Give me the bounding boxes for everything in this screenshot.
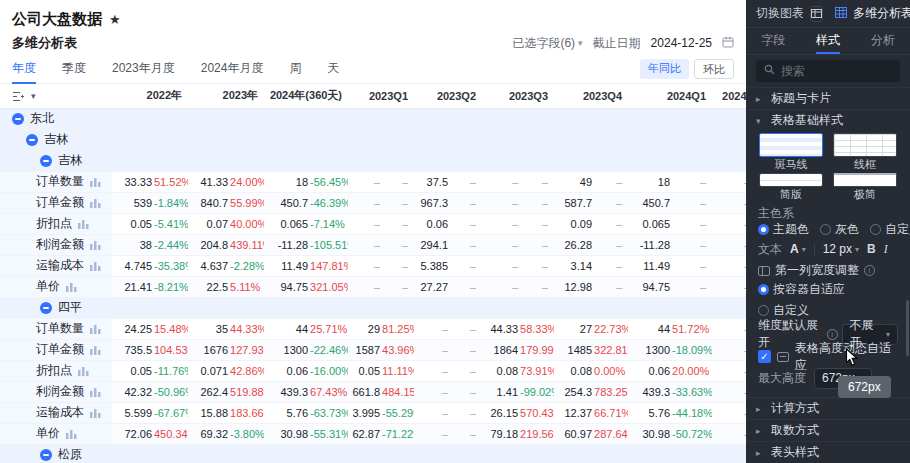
pct-cell: –: [594, 255, 628, 276]
style-preview: [833, 173, 897, 187]
bar-chart-icon[interactable]: [90, 407, 101, 418]
sidebar-tab[interactable]: 分析: [855, 28, 910, 54]
pct-cell: –: [450, 423, 482, 444]
calendar-icon[interactable]: [722, 36, 734, 51]
period-tab[interactable]: 天: [327, 54, 339, 84]
table-style-option[interactable]: 线框: [832, 133, 898, 170]
favorite-star-icon[interactable]: ★: [109, 12, 121, 27]
compare-button[interactable]: 环比: [694, 59, 734, 79]
period-tab[interactable]: 年度: [12, 54, 36, 84]
mouse-cursor: [845, 348, 858, 367]
bar-chart-icon[interactable]: [90, 176, 101, 187]
auto-height-row: ✓ 表格高度动态自适应: [746, 347, 910, 366]
pct-cell: -55.29%: [382, 402, 414, 423]
bar-chart-icon[interactable]: [90, 260, 101, 271]
metric-label: 订单金额: [36, 341, 84, 358]
value-cell: 967.3: [414, 192, 450, 213]
deadline-date[interactable]: 2024-12-25: [651, 36, 712, 50]
search-placeholder: 搜索: [781, 63, 805, 80]
value-cell: 62.87: [348, 423, 382, 444]
info-icon[interactable]: i: [864, 265, 875, 276]
collapse-icon[interactable]: [40, 155, 52, 167]
italic-button[interactable]: I: [884, 242, 888, 257]
bar-chart-icon[interactable]: [66, 281, 77, 292]
section-header[interactable]: ▸计算方式: [746, 397, 910, 419]
radio-option[interactable]: 按容器自适应: [758, 281, 898, 298]
value-cell: –: [348, 255, 382, 276]
table-style-option[interactable]: 斑马线: [758, 133, 824, 170]
value-cell: 5.385: [414, 255, 450, 276]
collapse-icon[interactable]: [26, 134, 38, 146]
value-cell: 4.745: [112, 255, 154, 276]
radio-option[interactable]: 主题色: [758, 224, 809, 235]
period-tab[interactable]: 季度: [62, 54, 86, 84]
bar-chart-icon[interactable]: [90, 197, 101, 208]
chevron-down-icon: ▾: [578, 38, 583, 48]
value-cell: 69.32: [188, 423, 230, 444]
compare-button[interactable]: 年同比: [640, 59, 689, 79]
chevron-down-icon[interactable]: ▾: [31, 91, 36, 101]
pct-cell: 40.00%: [230, 213, 264, 234]
value-cell: 0.071: [188, 360, 230, 381]
bar-chart-icon[interactable]: [90, 323, 101, 334]
value-cell: –: [482, 213, 520, 234]
bar-chart-icon[interactable]: [78, 365, 89, 376]
value-cell: 1300: [628, 339, 672, 360]
pct-cell: -1.84%: [154, 192, 188, 213]
collapse-icon[interactable]: [12, 113, 24, 125]
column-header: 2024年(360天): [264, 84, 348, 108]
pct-cell: 43.96%: [382, 339, 414, 360]
period-tab[interactable]: 2023年月度: [112, 54, 175, 84]
metric-row: 折扣点0.05-5.41%0.0740.00%0.065-7.14%––0.06…: [0, 213, 746, 234]
radio-option[interactable]: 灰色: [820, 224, 859, 235]
chart-type-button[interactable]: [810, 6, 823, 22]
sidebar-tab[interactable]: 样式: [801, 28, 856, 54]
selected-fields-label: 已选字段(6): [512, 35, 575, 52]
section-header[interactable]: ▸取数方式: [746, 419, 910, 441]
sidebar-scrollbar[interactable]: [906, 300, 909, 356]
pct-cell: 51.72%: [672, 318, 712, 339]
bar-chart-icon[interactable]: [66, 428, 77, 439]
radio-option[interactable]: 自定义: [870, 224, 910, 235]
section-title-card[interactable]: ▸ 标题与卡片: [746, 87, 910, 109]
value-cell: 18: [264, 171, 310, 192]
table-style-option[interactable]: 简版: [758, 173, 824, 200]
sidebar-tab[interactable]: 字段: [746, 28, 801, 54]
group-label: 吉林: [58, 152, 82, 169]
metric-row: 单价21.41-8.21%22.55.11%94.75321.05%––27.2…: [0, 276, 746, 297]
collapse-icon[interactable]: [40, 302, 52, 314]
info-icon[interactable]: i: [827, 329, 838, 340]
value-cell: 204.8: [188, 234, 230, 255]
search-input[interactable]: 搜索: [756, 60, 900, 82]
value-cell: -11.28: [264, 234, 310, 255]
font-size-dropdown[interactable]: 12 px▾: [823, 242, 859, 256]
radio-dot: [870, 224, 881, 235]
hierarchy-expand-icon[interactable]: [12, 91, 25, 102]
selected-fields-dropdown[interactable]: 已选字段(6) ▾: [512, 35, 582, 52]
bar-chart-icon[interactable]: [78, 218, 89, 229]
bar-chart-icon[interactable]: [90, 344, 101, 355]
section-label: 表头样式: [771, 444, 819, 461]
value-cell: 0.06: [414, 213, 450, 234]
table-style-option[interactable]: 极简: [832, 173, 898, 200]
metric-row: 订单数量24.2515.48%3544.33%4425.71%2981.25%–…: [0, 318, 746, 339]
bar-chart-icon[interactable]: [90, 239, 101, 250]
table-chart-icon: [835, 7, 847, 21]
text-label: 文本: [758, 241, 782, 258]
section-table-base-style[interactable]: ▾ 表格基础样式: [746, 109, 910, 131]
auto-height-checkbox[interactable]: ✓: [758, 350, 771, 363]
bar-chart-icon[interactable]: [90, 386, 101, 397]
bold-button[interactable]: B: [867, 242, 876, 256]
value-cell: –: [482, 171, 520, 192]
pct-cell: -99.02%: [520, 381, 554, 402]
value-cell: –: [712, 171, 746, 192]
value-cell: 661.8: [348, 381, 382, 402]
value-cell: 29: [348, 318, 382, 339]
section-header[interactable]: ▸表头样式: [746, 441, 910, 463]
period-tab[interactable]: 2024年月度: [201, 54, 264, 84]
collapse-icon[interactable]: [40, 449, 52, 461]
radio-dot: [758, 305, 769, 316]
font-color-dropdown[interactable]: A▾: [790, 242, 806, 256]
period-tab[interactable]: 周: [289, 54, 301, 84]
value-cell: 44: [628, 318, 672, 339]
